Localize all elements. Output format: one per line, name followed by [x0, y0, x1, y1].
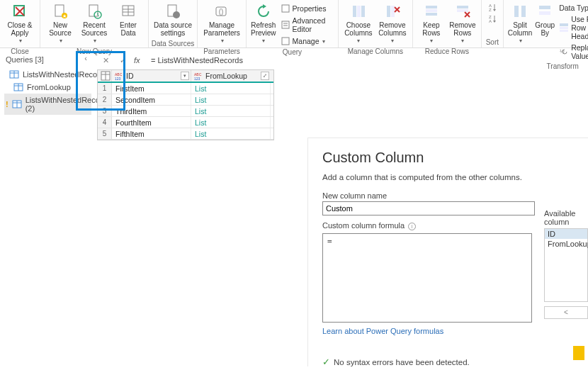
close-apply-button[interactable]: Close & Apply ▾ — [4, 1, 35, 46]
enter-data-label: Enter Data — [120, 21, 137, 37]
manage-parameters-icon: () — [213, 3, 230, 20]
svg-text:(): () — [219, 8, 224, 16]
dropdown-caret: ▾ — [357, 37, 360, 45]
dropdown-caret: ▾ — [391, 37, 394, 45]
svg-marker-18 — [263, 4, 266, 9]
table-icon-header[interactable] — [98, 70, 112, 82]
first-row-icon — [559, 23, 569, 33]
remove-columns-button[interactable]: Remove Columns ▾ — [377, 1, 408, 46]
dropdown-caret: ▾ — [461, 37, 464, 45]
query-item[interactable]: ListsWithNestedRecords — [4, 68, 91, 81]
formula-textarea[interactable]: = — [322, 233, 532, 323]
ribbon-group-newquery: ★ New Source ▾ Recent Sources ▾ Enter Da… — [40, 0, 149, 47]
query-item[interactable]: !ListsWithNestedRecords (2) — [4, 94, 91, 115]
split-column-button[interactable]: Split Column ▾ — [508, 1, 532, 46]
table-row[interactable]: 4FourthItemList — [98, 117, 273, 128]
manage-parameters-button[interactable]: () Manage Parameters ▾ — [202, 1, 242, 46]
group-label-sort: Sort — [482, 38, 503, 47]
table-row[interactable]: 1FirstItemList — [98, 83, 273, 94]
manage-query-label: Manage — [293, 37, 320, 45]
query-item[interactable]: FromLookup — [4, 81, 91, 94]
dialog-subtitle: Add a column that is computed from the o… — [322, 173, 588, 181]
ribbon: Close & Apply ▾ Close ★ New Source ▾ Rec… — [0, 0, 588, 48]
formula-text[interactable]: = ListsWithNestedRecords — [151, 56, 585, 65]
learn-link[interactable]: Learn about Power Query formulas — [322, 327, 588, 335]
table-row[interactable]: 5FifthItemList — [98, 128, 273, 140]
recent-sources-label: Recent Sources — [81, 21, 108, 37]
table-icon — [9, 70, 19, 79]
fx-icon[interactable]: fx — [134, 56, 145, 65]
data-type-button[interactable]: Data Type: Any▾ — [558, 3, 588, 13]
first-row-headers-button[interactable]: Use First Row as Headers▾ — [558, 14, 588, 41]
properties-button[interactable]: Properties — [279, 3, 334, 14]
refresh-icon — [255, 3, 272, 20]
cell-fromlookup[interactable]: List — [191, 94, 271, 105]
cell-id[interactable]: ThirdItem — [112, 106, 191, 116]
available-column-item[interactable]: FromLookup — [545, 239, 587, 249]
ribbon-group-query: Refresh Preview ▾ Properties Advanced Ed… — [247, 0, 339, 47]
column-header-id[interactable]: ABC123 ID ▾ — [112, 70, 191, 82]
keep-rows-button[interactable]: Keep Rows ▾ — [417, 1, 446, 46]
table-row[interactable]: 3ThirdItemList — [98, 106, 273, 117]
cell-fromlookup[interactable]: List — [191, 128, 271, 139]
syntax-status: ✓ No syntax errors have been detected. — [322, 357, 588, 367]
refresh-preview-button[interactable]: Refresh Preview ▾ — [251, 1, 276, 46]
dropdown-caret: ▾ — [60, 37, 62, 45]
formula-label: Custom column formula — [322, 221, 405, 230]
cell-id[interactable]: FirstItem — [112, 83, 191, 94]
formula-cancel-icon[interactable]: ✕ — [100, 56, 111, 65]
svg-text:Z: Z — [489, 8, 492, 12]
abc123-icon: ABC123 — [194, 71, 204, 81]
new-column-name-input[interactable] — [322, 201, 535, 215]
data-grid: ABC123 ID ▾ ABC123 FromLookup ⤢ 1FirstIt… — [97, 69, 274, 140]
available-columns-label: Available column — [544, 209, 588, 226]
new-source-button[interactable]: ★ New Source ▾ — [45, 1, 76, 46]
cell-fromlookup[interactable]: List — [191, 83, 271, 94]
sort-desc-icon: ZA — [487, 13, 497, 23]
dropdown-caret: ▾ — [430, 37, 433, 45]
ribbon-group-parameters: () Manage Parameters ▾ Parameters — [198, 0, 247, 47]
choose-columns-button[interactable]: Choose Columns ▾ — [343, 1, 374, 46]
cell-fromlookup[interactable]: List — [191, 106, 271, 116]
remove-columns-label: Remove Columns — [378, 21, 406, 37]
available-columns-list[interactable]: ID FromLookup — [544, 228, 588, 302]
formula-commit-icon[interactable]: ✓ — [117, 56, 128, 65]
close-apply-label: Close & Apply — [7, 21, 32, 37]
ribbon-group-sort: AZ ZA Sort — [482, 0, 504, 47]
insert-column-button[interactable]: < — [544, 306, 588, 319]
cell-fromlookup[interactable]: List — [191, 117, 271, 128]
table-row[interactable]: 2SecondItemList — [98, 94, 273, 106]
svg-text:123: 123 — [194, 77, 200, 81]
sort-asc-button[interactable]: AZ — [486, 1, 499, 13]
cell-id[interactable]: FifthItem — [112, 128, 191, 139]
svg-rect-50 — [560, 23, 568, 26]
info-icon[interactable]: i — [408, 223, 416, 230]
ribbon-group-managecols: Choose Columns ▾ Remove Columns ▾ Manage… — [339, 0, 413, 47]
table-icon — [13, 83, 23, 91]
advanced-editor-icon — [281, 20, 290, 30]
available-column-item[interactable]: ID — [545, 229, 587, 239]
enter-data-button[interactable]: Enter Data — [113, 1, 144, 38]
svg-rect-20 — [282, 21, 289, 28]
column-header-fromlookup-label: FromLookup — [205, 72, 247, 80]
column-expand-icon[interactable]: ⤢ — [261, 72, 269, 80]
sort-desc-button[interactable]: ZA — [486, 13, 499, 24]
cell-id[interactable]: SecondItem — [112, 94, 191, 105]
recent-sources-button[interactable]: Recent Sources ▾ — [79, 1, 110, 46]
ribbon-group-transform: Split Column ▾ Group By Data Type: Any▾ … — [504, 0, 588, 47]
remove-rows-button[interactable]: Remove Rows ▾ — [448, 1, 477, 46]
ok-button[interactable] — [573, 346, 584, 360]
dropdown-caret: ▾ — [322, 38, 325, 45]
advanced-editor-button[interactable]: Advanced Editor — [279, 16, 334, 34]
table-icon — [101, 71, 111, 81]
cell-id[interactable]: FourthItem — [112, 117, 191, 128]
row-number: 3 — [98, 106, 112, 116]
group-by-button[interactable]: Group By — [535, 1, 555, 38]
collapse-queries-button[interactable]: ‹ — [76, 51, 96, 65]
manage-query-button[interactable]: Manage▾ — [279, 35, 334, 47]
column-header-fromlookup[interactable]: ABC123 FromLookup ⤢ — [191, 70, 271, 82]
table-icon — [12, 100, 22, 108]
data-source-settings-button[interactable]: Data source settings — [153, 1, 193, 38]
svg-rect-31 — [426, 6, 437, 9]
column-dropdown-icon[interactable]: ▾ — [181, 72, 189, 80]
